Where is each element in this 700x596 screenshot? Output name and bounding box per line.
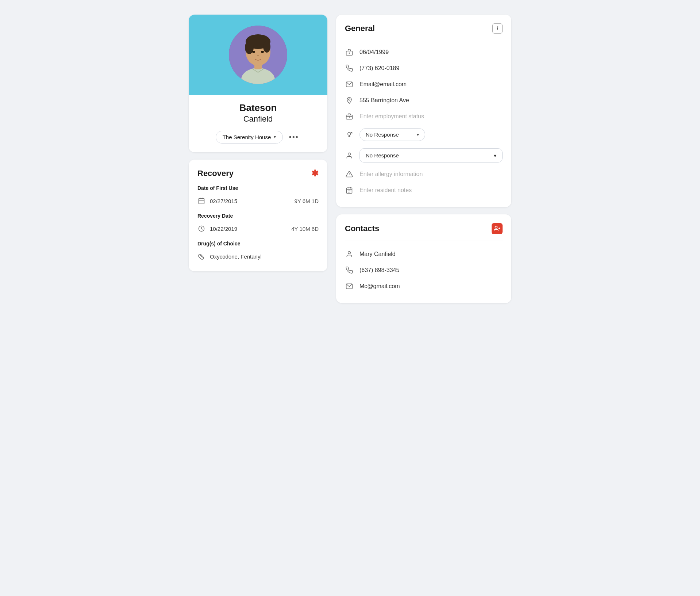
address-row: 555 Barrington Ave xyxy=(345,92,503,108)
recovery-title: Recovery xyxy=(197,169,234,178)
first-use-date: 02/27/2015 xyxy=(210,198,290,204)
birthday-icon xyxy=(345,48,354,57)
gender-value: No Response xyxy=(366,131,399,138)
profile-first-name: Canfield xyxy=(197,114,319,124)
race-dropdown[interactable]: No Response ▾ xyxy=(359,148,503,163)
svg-point-6 xyxy=(263,41,270,53)
address-value: 555 Barrington Ave xyxy=(359,97,409,104)
notes-icon xyxy=(345,186,354,195)
recovery-date-duration: 4Y 10M 6D xyxy=(291,226,319,232)
profile-info: Bateson Canfield The Serenity House ▾ ••… xyxy=(189,95,327,144)
profile-last-name: Bateson xyxy=(197,102,319,114)
chevron-down-icon: ▾ xyxy=(417,132,419,137)
dob-row: 06/04/1999 xyxy=(345,44,503,60)
contact-name: Mary Canfield xyxy=(359,251,396,257)
contacts-header: Contacts xyxy=(345,223,503,234)
person-icon xyxy=(345,151,354,160)
drugs-value: Oxycodone, Fentanyl xyxy=(210,253,319,260)
gender-row: No Response ▾ xyxy=(345,125,503,145)
svg-rect-33 xyxy=(347,188,352,193)
more-options-button[interactable]: ••• xyxy=(287,130,300,144)
drugs-label: Drug(s) of Choice xyxy=(197,241,319,247)
add-contact-button[interactable] xyxy=(492,223,503,234)
info-button[interactable]: i xyxy=(492,23,503,34)
divider xyxy=(345,39,503,39)
chevron-down-icon: ▾ xyxy=(494,153,496,158)
general-title: General xyxy=(345,24,375,33)
contacts-card: Contacts Mary Canfield xyxy=(336,214,511,303)
clock-icon xyxy=(197,225,205,233)
facility-dropdown[interactable]: The Serenity House ▾ xyxy=(216,131,283,144)
notes-placeholder: Enter resident notes xyxy=(359,187,412,194)
general-header: General i xyxy=(345,23,503,34)
svg-point-42 xyxy=(348,252,351,254)
email-row: Email@email.com xyxy=(345,76,503,92)
employment-row[interactable]: Enter employment status xyxy=(345,108,503,125)
contact-person-icon xyxy=(345,250,354,259)
contact-name-row: Mary Canfield xyxy=(345,246,503,262)
svg-point-30 xyxy=(348,153,351,155)
recovery-date-label: Recovery Date xyxy=(197,213,319,219)
avatar xyxy=(229,26,287,84)
warning-icon xyxy=(345,170,354,179)
svg-point-20 xyxy=(349,99,350,100)
pill-icon xyxy=(197,252,205,260)
info-icon: i xyxy=(497,26,498,31)
contact-email-row: Mc@gmail.com xyxy=(345,278,503,294)
facility-label: The Serenity House xyxy=(223,134,271,140)
briefcase-icon xyxy=(345,112,354,121)
contacts-divider xyxy=(345,241,503,241)
contact-email: Mc@gmail.com xyxy=(359,283,400,290)
asterisk-icon[interactable]: ✱ xyxy=(311,168,319,179)
profile-actions: The Serenity House ▾ ••• xyxy=(197,130,319,144)
svg-point-39 xyxy=(495,226,497,228)
recovery-date-value: 10/22/2019 xyxy=(210,226,287,232)
race-row: No Response ▾ xyxy=(345,145,503,166)
svg-rect-10 xyxy=(199,199,204,204)
dob-value: 06/04/1999 xyxy=(359,49,389,56)
contact-phone: (637) 898-3345 xyxy=(359,267,399,274)
race-value: No Response xyxy=(366,152,399,158)
gender-icon xyxy=(345,130,354,139)
phone-row: (773) 620-0189 xyxy=(345,60,503,76)
first-use-row: 02/27/2015 9Y 6M 1D xyxy=(197,195,319,207)
first-use-duration: 9Y 6M 1D xyxy=(295,198,319,204)
allergy-placeholder: Enter allergy information xyxy=(359,171,423,177)
chevron-down-icon: ▾ xyxy=(274,134,276,140)
drugs-row: Oxycodone, Fentanyl xyxy=(197,250,319,263)
employment-placeholder: Enter employment status xyxy=(359,113,424,120)
ellipsis-icon: ••• xyxy=(289,133,299,141)
svg-point-9 xyxy=(257,55,259,56)
first-use-label: Date of First Use xyxy=(197,185,319,191)
general-card: General i 06/04/1999 xyxy=(336,15,511,207)
contacts-title: Contacts xyxy=(345,224,379,233)
address-icon xyxy=(345,96,354,105)
email-icon xyxy=(345,80,354,89)
recovery-card: Recovery ✱ Date of First Use 02/27/2015 … xyxy=(189,160,327,271)
calendar-icon xyxy=(197,197,205,205)
allergy-row[interactable]: Enter allergy information xyxy=(345,166,503,182)
gender-dropdown[interactable]: No Response ▾ xyxy=(359,128,425,141)
recovery-date-row: 10/22/2019 4Y 10M 6D xyxy=(197,222,319,235)
notes-row[interactable]: Enter resident notes xyxy=(345,182,503,198)
contact-email-icon xyxy=(345,282,354,291)
recovery-header: Recovery ✱ xyxy=(197,168,319,179)
profile-card: Bateson Canfield The Serenity House ▾ ••… xyxy=(189,15,327,152)
phone-value: (773) 620-0189 xyxy=(359,65,399,72)
phone-icon xyxy=(345,64,354,73)
profile-banner xyxy=(189,15,327,95)
svg-point-8 xyxy=(261,51,264,53)
email-value: Email@email.com xyxy=(359,81,407,88)
svg-point-7 xyxy=(252,51,255,53)
contact-phone-icon xyxy=(345,266,354,275)
contact-phone-row: (637) 898-3345 xyxy=(345,262,503,278)
